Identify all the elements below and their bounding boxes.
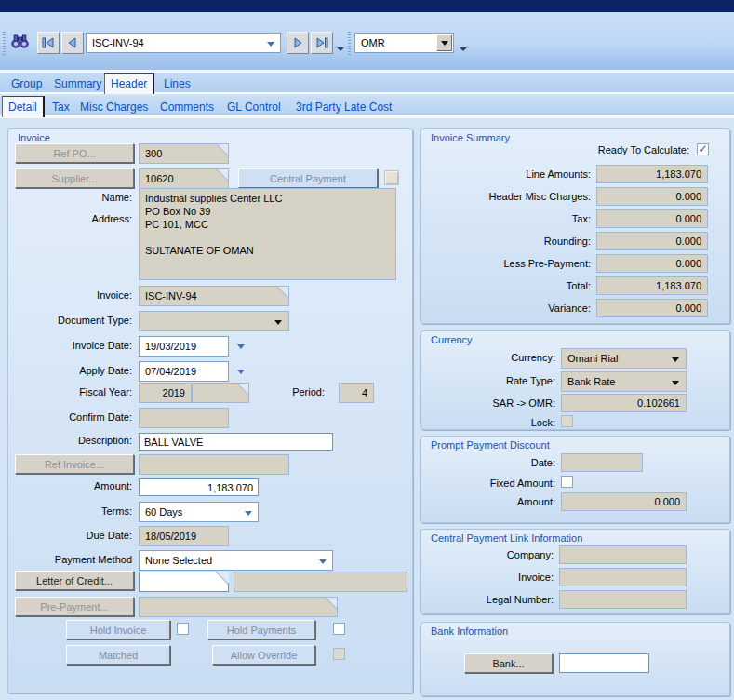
bank-information-title: Bank Information [431, 626, 508, 637]
confirm-date-label: Confirm Date: [8, 411, 132, 423]
chevron-down-icon [319, 559, 327, 564]
bank-button[interactable]: Bank... [464, 653, 553, 673]
invoice-date-picker[interactable]: 19/03/2019 [139, 336, 229, 357]
subtab-misc-charges[interactable]: Misc Charges [74, 96, 153, 117]
header-misc-charges-field: 0.000 [596, 187, 708, 206]
subtab-tax[interactable]: Tax [47, 96, 75, 117]
rounding-field: 0.000 [596, 232, 708, 250]
terms-combo[interactable]: 60 Days [139, 502, 259, 522]
first-record-button[interactable] [37, 32, 60, 54]
confirm-date-field [139, 408, 229, 428]
invoice-summary-title: Invoice Summary [431, 132, 510, 143]
chevron-down-icon[interactable] [267, 42, 274, 47]
exchange-rate-field: 0.102661 [561, 394, 687, 412]
chevron-down-icon [672, 381, 679, 385]
currency-selector-combo[interactable]: OMR [354, 33, 454, 53]
pre-payment-button[interactable]: Pre-Payment... [15, 597, 134, 616]
central-payment-link-title: Central Payment Link Information [431, 532, 582, 544]
dropdown-button[interactable] [436, 34, 452, 51]
main-tab-bar: Group Summary Header Lines [0, 73, 734, 94]
bank-field[interactable] [559, 653, 649, 673]
currency-panel: Currency Currency: Omani Rial Rate Type:… [420, 330, 730, 430]
central-payment-link-panel: Central Payment Link Information Company… [420, 529, 730, 614]
company-label: Company: [421, 549, 554, 560]
ref-invoice-button[interactable]: Ref Invoice... [15, 454, 134, 474]
supplier-button[interactable]: Supplier... [15, 168, 134, 188]
hold-invoice-checkbox[interactable] [177, 623, 189, 635]
tab-header[interactable]: Header [104, 73, 154, 94]
previous-record-button[interactable] [61, 32, 84, 54]
less-pre-payment-label: Less Pre-Payment: [421, 258, 591, 269]
central-payment-button[interactable]: Central Payment [238, 168, 378, 188]
exchange-rate-label: SAR -> OMR: [421, 397, 555, 409]
amount-input[interactable]: 1,183.070 [139, 478, 259, 496]
tab-group[interactable]: Group [6, 73, 47, 94]
letter-of-credit-button[interactable]: Letter of Credit... [15, 571, 134, 590]
supplier-address-field: Industrial supplies Center LLC PO Box No… [139, 188, 396, 280]
variance-label: Variance: [421, 303, 591, 314]
payment-method-combo[interactable]: None Selected [139, 550, 333, 571]
calendar-dropdown-icon[interactable] [237, 344, 245, 349]
total-field: 1,183.070 [596, 276, 708, 295]
central-payment-checkbox [384, 170, 399, 185]
toolbar-overflow-icon[interactable] [337, 47, 344, 51]
payment-method-label: Payment Method [8, 554, 132, 565]
subtab-3rd-party-late-cost[interactable]: 3rd Party Late Cost [290, 96, 397, 117]
period-label: Period: [246, 386, 325, 397]
invoice-panel: Invoice Ref PO... 300 Supplier... 10620 … [7, 128, 413, 693]
subtab-gl-control[interactable]: GL Control [221, 96, 287, 117]
chevron-down-icon [274, 320, 282, 325]
ref-invoice-field [139, 454, 289, 475]
tax-field: 0.000 [596, 209, 708, 228]
amount-label: Amount: [8, 480, 132, 491]
fixed-amount-checkbox[interactable] [561, 476, 573, 488]
subtab-comments[interactable]: Comments [154, 96, 220, 117]
record-selector-combo[interactable]: ISC-INV-94 [86, 33, 281, 53]
tab-summary[interactable]: Summary [48, 73, 107, 94]
chevron-down-icon [245, 511, 252, 516]
fiscal-year-extra-field [192, 383, 249, 403]
hold-payments-checkbox[interactable] [333, 623, 345, 635]
document-type-combo[interactable] [139, 311, 289, 331]
allow-override-checkbox [333, 648, 345, 660]
letter-of-credit-desc-field [234, 572, 407, 592]
due-date-label: Due Date: [8, 530, 132, 541]
record-selector-value: ISC-INV-94 [92, 37, 144, 48]
toolbar-grip-2[interactable] [348, 32, 351, 56]
fiscal-year-field: 2019 [139, 383, 192, 403]
find-icon[interactable] [11, 34, 29, 50]
line-amounts-field: 1,183.070 [596, 165, 708, 183]
toolbar-grip[interactable] [3, 32, 6, 56]
next-record-button[interactable] [287, 32, 309, 54]
rate-type-label: Rate Type: [421, 375, 555, 386]
terms-label: Terms: [8, 505, 132, 517]
calendar-dropdown-icon[interactable] [237, 370, 245, 374]
hold-payments-button[interactable]: Hold Payments [207, 620, 315, 639]
rate-type-combo[interactable]: Bank Rate [561, 371, 687, 392]
last-record-button[interactable] [311, 32, 333, 54]
description-label: Description: [8, 435, 132, 446]
main-toolbar: ISC-INV-94 OMR [0, 12, 734, 73]
supplier-field: 10620 [139, 168, 229, 189]
variance-field: 0.000 [596, 299, 708, 317]
subtab-detail[interactable]: Detail [2, 96, 45, 117]
description-input[interactable]: BALL VALVE [139, 433, 333, 451]
toolbar-overflow-icon-2[interactable] [460, 47, 467, 51]
apply-date-picker[interactable]: 07/04/2019 [139, 361, 229, 382]
lock-label: Lock: [421, 417, 555, 428]
company-field [559, 545, 687, 564]
fiscal-year-label: Fiscal Year: [8, 386, 132, 397]
prompt-payment-discount-panel: Prompt Payment Discount Date: Fixed Amou… [420, 436, 730, 523]
tab-lines[interactable]: Lines [158, 73, 196, 94]
ready-to-calculate-checkbox[interactable] [697, 143, 709, 155]
header-misc-charges-label: Header Misc Charges: [421, 191, 591, 202]
currency-combo[interactable]: Omani Rial [561, 348, 687, 369]
tax-label: Tax: [421, 213, 591, 224]
matched-button[interactable]: Matched [66, 645, 170, 665]
legal-number-label: Legal Number: [421, 594, 554, 605]
letter-of-credit-field[interactable] [139, 572, 229, 592]
pre-payment-field [139, 597, 338, 617]
ref-po-button[interactable]: Ref PO... [15, 143, 134, 163]
allow-override-button[interactable]: Allow Override [212, 645, 315, 665]
hold-invoice-button[interactable]: Hold Invoice [66, 620, 170, 639]
